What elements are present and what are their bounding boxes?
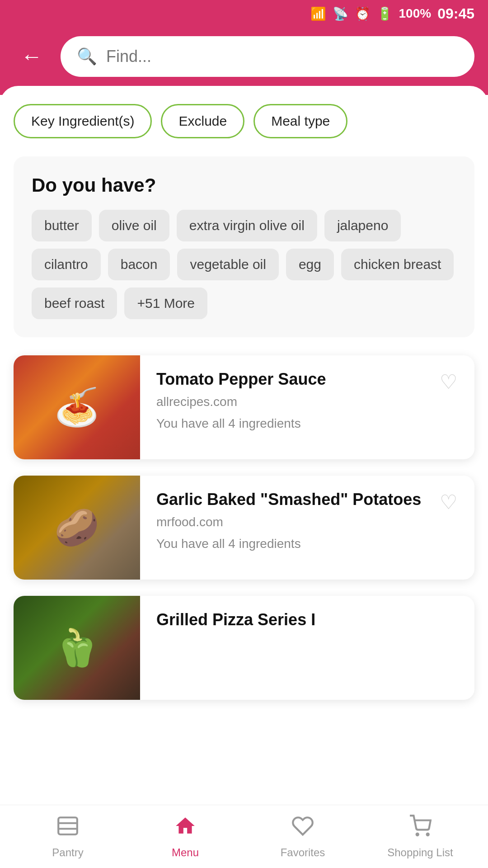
- recipe-info-tomato: Tomato Pepper Sauce allrecipes.com You h…: [140, 355, 474, 459]
- nav-item-favorites[interactable]: Favorites: [244, 815, 361, 859]
- tag-more[interactable]: +51 More: [124, 288, 207, 319]
- sim-icon: 📶: [310, 6, 326, 21]
- recipe-info-pizza: Grilled Pizza Series I: [140, 596, 474, 700]
- bottom-nav: Pantry Menu Favorites Shopping List: [0, 805, 488, 868]
- tag-bacon[interactable]: bacon: [108, 249, 170, 280]
- ingredient-tags: butter olive oil extra virgin olive oil …: [32, 210, 456, 319]
- nav-label-menu: Menu: [172, 846, 199, 859]
- recipe-source-potato: mrfood.com: [156, 515, 461, 529]
- tag-egg[interactable]: egg: [286, 249, 334, 280]
- alarm-icon: ⏰: [355, 6, 371, 21]
- status-bar: 📶 📡 ⏰ 🔋 100% 09:45: [0, 0, 488, 27]
- svg-point-4: [427, 833, 429, 835]
- search-bar[interactable]: 🔍: [61, 36, 474, 77]
- search-icon: 🔍: [77, 47, 97, 66]
- recipe-image-potato: [14, 476, 140, 580]
- battery-percent: 100%: [399, 6, 432, 21]
- search-input[interactable]: [106, 47, 458, 66]
- heart-icon-potato: ♡: [440, 491, 457, 514]
- nav-label-shopping: Shopping List: [387, 846, 453, 859]
- recipe-card-tomato[interactable]: Tomato Pepper Sauce allrecipes.com You h…: [14, 355, 474, 459]
- filter-chip-exclude[interactable]: Exclude: [161, 104, 244, 138]
- tag-vegetable-oil[interactable]: vegetable oil: [177, 249, 278, 280]
- nav-item-pantry[interactable]: Pantry: [9, 815, 127, 859]
- nav-item-shopping[interactable]: Shopping List: [361, 815, 479, 859]
- tag-cilantro[interactable]: cilantro: [32, 249, 101, 280]
- nav-label-pantry: Pantry: [52, 846, 83, 859]
- header: ← 🔍: [0, 27, 488, 95]
- recipe-source-tomato: allrecipes.com: [156, 395, 461, 409]
- recipe-ingredients-tomato: You have all 4 ingredients: [156, 416, 461, 431]
- do-you-have-card: Do you have? butter olive oil extra virg…: [14, 156, 474, 337]
- pantry-icon: [56, 815, 79, 843]
- filter-chip-meal-type[interactable]: Meal type: [253, 104, 347, 138]
- tag-olive-oil[interactable]: olive oil: [99, 210, 169, 241]
- svg-point-3: [417, 833, 418, 835]
- tag-butter[interactable]: butter: [32, 210, 92, 241]
- recipe-title-tomato: Tomato Pepper Sauce: [156, 369, 461, 390]
- nav-label-favorites: Favorites: [281, 846, 325, 859]
- battery-icon: 🔋: [377, 6, 393, 21]
- nav-item-menu[interactable]: Menu: [127, 815, 244, 859]
- recipe-image-pizza: [14, 596, 140, 700]
- back-arrow-icon: ←: [21, 46, 42, 67]
- favorite-button-tomato[interactable]: ♡: [435, 368, 462, 395]
- recipe-card-pizza[interactable]: Grilled Pizza Series I: [14, 596, 474, 700]
- filter-chips: Key Ingredient(s) Exclude Meal type: [14, 104, 474, 138]
- recipe-title-potato: Garlic Baked "Smashed" Potatoes: [156, 489, 461, 510]
- do-you-have-title: Do you have?: [32, 175, 456, 196]
- status-time: 09:45: [437, 5, 474, 22]
- status-icons: 📶 📡 ⏰ 🔋 100% 09:45: [310, 5, 474, 22]
- svg-rect-0: [58, 817, 77, 835]
- heart-icon-tomato: ♡: [440, 370, 457, 393]
- tag-jalapeno[interactable]: jalapeno: [324, 210, 401, 241]
- recipe-image-tomato: [14, 355, 140, 459]
- recipe-card-potato[interactable]: Garlic Baked "Smashed" Potatoes mrfood.c…: [14, 476, 474, 580]
- recipe-title-pizza: Grilled Pizza Series I: [156, 609, 461, 631]
- recipe-ingredients-potato: You have all 4 ingredients: [156, 537, 461, 551]
- back-button[interactable]: ←: [14, 38, 50, 75]
- main-content: Key Ingredient(s) Exclude Meal type Do y…: [0, 86, 488, 700]
- tag-extra-virgin-olive-oil[interactable]: extra virgin olive oil: [177, 210, 317, 241]
- favorite-button-potato[interactable]: ♡: [435, 488, 462, 515]
- recipe-info-potato: Garlic Baked "Smashed" Potatoes mrfood.c…: [140, 476, 474, 580]
- wifi-icon: 📡: [333, 6, 348, 21]
- menu-icon: [174, 815, 197, 843]
- favorites-icon: [291, 815, 314, 843]
- filter-chip-key-ingredients[interactable]: Key Ingredient(s): [14, 104, 152, 138]
- tag-beef-roast[interactable]: beef roast: [32, 288, 117, 319]
- shopping-icon: [409, 815, 432, 843]
- tag-chicken-breast[interactable]: chicken breast: [341, 249, 454, 280]
